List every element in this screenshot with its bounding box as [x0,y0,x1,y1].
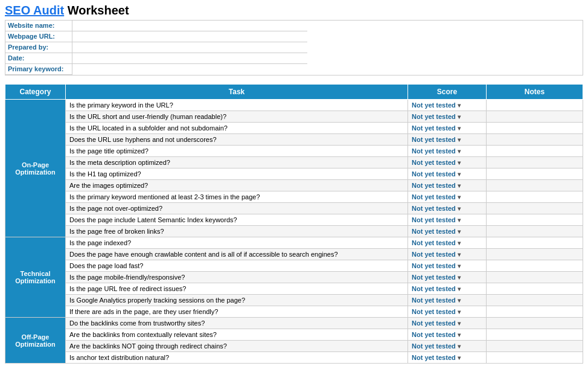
score-text: Not yet tested [412,342,456,350]
task-cell: Is the meta description optimized? [66,157,408,168]
notes-cell[interactable] [487,157,583,168]
score-dropdown-icon[interactable]: ▾ [458,114,461,120]
score-dropdown-icon[interactable]: ▾ [458,286,461,292]
notes-cell[interactable] [487,134,583,146]
notes-cell[interactable] [487,306,583,318]
score-dropdown-icon[interactable]: ▾ [458,332,461,338]
task-cell: Is the page not over-optimized? [66,203,408,214]
info-value[interactable] [72,42,307,53]
score-dropdown-icon[interactable]: ▾ [458,228,461,235]
info-value[interactable] [72,31,307,42]
score-cell: Not yet tested▾ [408,191,487,203]
score-text: Not yet tested [412,331,456,338]
score-cell: Not yet tested▾ [408,226,487,237]
title-seo: SEO Audit [5,4,64,17]
score-text: Not yet tested [412,124,456,132]
notes-cell[interactable] [487,146,583,157]
category-cell: On-PageOptimization [5,100,66,237]
score-text: Not yet tested [412,205,456,212]
score-dropdown-icon[interactable]: ▾ [458,343,461,350]
task-cell: Is the page free of broken links? [66,226,408,237]
title-rest: Worksheet [64,4,129,17]
score-dropdown-icon[interactable]: ▾ [458,171,461,178]
task-cell: Is the page mobile-friendly/responsive? [66,272,408,283]
table-row: Are the images optimized?Not yet tested▾ [5,180,583,191]
score-cell: Not yet tested▾ [408,295,487,306]
notes-cell[interactable] [487,214,583,226]
table-row: Is the URL located in a subfolder and no… [5,123,583,134]
notes-cell[interactable] [487,203,583,214]
score-dropdown-icon[interactable]: ▾ [458,159,461,166]
task-cell: Is Google Analytics properly tracking se… [66,295,408,306]
score-dropdown-icon[interactable]: ▾ [458,194,461,201]
score-text: Not yet tested [412,274,456,281]
score-dropdown-icon[interactable]: ▾ [458,320,461,327]
score-cell: Not yet tested▾ [408,134,487,146]
notes-cell[interactable] [487,283,583,295]
notes-cell[interactable] [487,249,583,260]
score-dropdown-icon[interactable]: ▾ [458,182,461,189]
info-value[interactable] [72,64,307,75]
score-cell: Not yet tested▾ [408,123,487,134]
task-cell: Do the backlinks come from trustworthy s… [66,318,408,329]
score-dropdown-icon[interactable]: ▾ [458,125,461,132]
score-cell: Not yet tested▾ [408,111,487,123]
score-dropdown-icon[interactable]: ▾ [458,309,461,315]
table-row: Is the meta description optimized?Not ye… [5,157,583,168]
score-dropdown-icon[interactable]: ▾ [458,274,461,281]
notes-cell[interactable] [487,295,583,306]
info-value[interactable] [72,53,307,64]
score-dropdown-icon[interactable]: ▾ [458,263,461,269]
notes-cell[interactable] [487,111,583,123]
score-dropdown-icon[interactable]: ▾ [458,240,461,246]
col-header-notes: Notes [487,85,583,100]
notes-cell[interactable] [487,341,583,352]
score-dropdown-icon[interactable]: ▾ [458,217,461,223]
score-cell: Not yet tested▾ [408,283,487,295]
score-dropdown-icon[interactable]: ▾ [458,355,461,361]
notes-cell[interactable] [487,272,583,283]
score-cell: Not yet tested▾ [408,272,487,283]
notes-cell[interactable] [487,318,583,329]
task-cell: Does the page include Latent Semantic In… [66,214,408,226]
notes-cell[interactable] [487,329,583,341]
score-dropdown-icon[interactable]: ▾ [458,297,461,304]
score-text: Not yet tested [412,262,456,269]
info-label: Date: [5,53,72,64]
task-cell: Is the URL short and user-friendly (huma… [66,111,408,123]
category-cell: TechnicalOptimization [5,237,66,318]
score-dropdown-icon[interactable]: ▾ [458,102,461,109]
table-row: Is anchor text distribution natural?Not … [5,352,583,364]
score-text: Not yet tested [412,193,456,201]
table-row: Is the primary keyword mentioned at leas… [5,191,583,203]
task-cell: If there are ads in the page, are they u… [66,306,408,318]
score-dropdown-icon[interactable]: ▾ [458,251,461,258]
notes-cell[interactable] [487,352,583,364]
table-row: Does the URL use hyphens and not undersc… [5,134,583,146]
notes-cell[interactable] [487,168,583,180]
score-text: Not yet tested [412,251,456,258]
notes-cell[interactable] [487,123,583,134]
table-row: Are the backlinks from contextually rele… [5,329,583,341]
col-header-category: Category [5,85,66,100]
score-dropdown-icon[interactable]: ▾ [458,205,461,212]
notes-cell[interactable] [487,237,583,249]
table-row: Are the backlinks NOT going through redi… [5,341,583,352]
table-row: Is the page title optimized?Not yet test… [5,146,583,157]
page-title: SEO Audit Worksheet [5,4,583,18]
notes-cell[interactable] [487,260,583,272]
task-cell: Does the page load fast? [66,260,408,272]
notes-cell[interactable] [487,191,583,203]
info-section: Website name:Webpage URL:Prepared by:Dat… [5,20,583,75]
score-text: Not yet tested [412,113,456,120]
score-text: Not yet tested [412,159,456,166]
notes-cell[interactable] [487,100,583,111]
score-cell: Not yet tested▾ [408,100,487,111]
score-dropdown-icon[interactable]: ▾ [458,136,461,143]
task-cell: Is the page URL free of redirect issues? [66,283,408,295]
score-text: Not yet tested [412,182,456,189]
info-value[interactable] [72,21,307,31]
notes-cell[interactable] [487,226,583,237]
score-dropdown-icon[interactable]: ▾ [458,148,461,155]
notes-cell[interactable] [487,180,583,191]
